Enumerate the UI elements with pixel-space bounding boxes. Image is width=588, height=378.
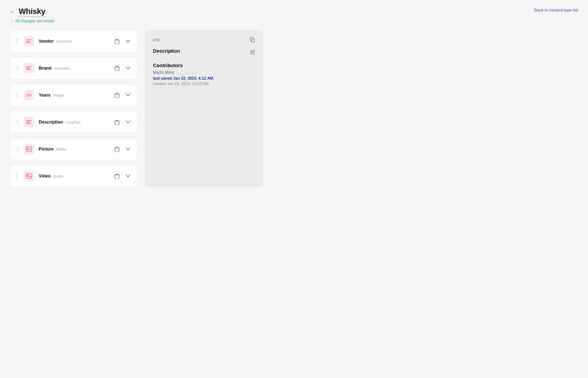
- field-card-video: Video Media: [10, 165, 137, 187]
- delete-button-picture[interactable]: [113, 145, 120, 153]
- field-name-video: Video: [39, 174, 51, 179]
- contributors-title: Contributors: [153, 63, 255, 68]
- drag-handle-vendor[interactable]: [16, 39, 19, 44]
- field-name-picture: Picture: [39, 147, 54, 152]
- delete-button-years[interactable]: [113, 92, 120, 99]
- expand-button-description[interactable]: [125, 120, 131, 124]
- drag-handle-video[interactable]: [16, 174, 19, 179]
- field-name-years: Years: [39, 93, 51, 98]
- field-icon-vendor: [24, 36, 34, 47]
- expand-button-years[interactable]: [125, 93, 131, 97]
- sidebar-panel: pdp Description Contributors Martin Mile…: [145, 30, 263, 187]
- field-name-vendor: Vendor: [39, 39, 54, 44]
- expand-button-picture[interactable]: [125, 147, 131, 151]
- expand-button-brand[interactable]: [125, 66, 131, 71]
- field-info-video: Video Media: [39, 174, 109, 179]
- field-info-years: Years Integer: [39, 93, 109, 98]
- field-icon-video: [24, 171, 34, 181]
- drag-handle-brand[interactable]: [16, 66, 19, 71]
- field-card-years: 123 Years Integer: [10, 84, 137, 106]
- main-content: Vendor ShortText: [0, 27, 588, 197]
- field-actions-years: [113, 92, 131, 99]
- sidebar-pdp-label: pdp: [153, 37, 160, 42]
- copy-button[interactable]: [250, 37, 255, 42]
- field-type-picture: Media: [56, 147, 66, 151]
- drag-handle-years[interactable]: [16, 93, 19, 98]
- field-actions-brand: [113, 65, 131, 72]
- back-button[interactable]: ←: [10, 9, 15, 15]
- field-type-description: LongText: [66, 120, 81, 124]
- page-title: Whisky: [19, 7, 45, 17]
- field-type-years: Integer: [53, 93, 65, 97]
- field-actions-description: [113, 118, 131, 126]
- description-section: Description: [153, 48, 255, 54]
- delete-button-brand[interactable]: [113, 65, 120, 72]
- field-card-brand: Brand ShortText: [10, 57, 137, 79]
- field-icon-description: [24, 117, 34, 127]
- field-card-picture: Picture Media: [10, 138, 137, 160]
- field-info-brand: Brand ShortText: [39, 66, 109, 71]
- drag-handle-description[interactable]: [16, 120, 19, 125]
- svg-rect-14: [252, 39, 255, 42]
- field-info-description: Description LongText: [39, 120, 109, 125]
- drag-handle-picture[interactable]: [16, 147, 19, 152]
- edit-description-button[interactable]: [250, 50, 255, 56]
- field-actions-picture: [113, 145, 131, 153]
- field-name-brand: Brand: [39, 66, 52, 71]
- field-type-vendor: ShortText: [56, 39, 72, 43]
- description-title: Description: [153, 48, 255, 54]
- svg-text:123: 123: [26, 94, 32, 97]
- field-icon-brand: [24, 63, 34, 74]
- field-type-video: Media: [53, 174, 63, 178]
- contributors-section: Contributors Martin Miles last saved Jan…: [153, 63, 255, 86]
- field-icon-picture: [24, 144, 34, 154]
- field-name-description: Description: [39, 120, 63, 125]
- field-info-vendor: Vendor ShortText: [39, 39, 109, 44]
- check-icon: ✓: [11, 19, 14, 23]
- expand-button-video[interactable]: [125, 174, 131, 178]
- field-actions-video: [113, 172, 131, 180]
- contributor-name: Martin Miles: [153, 70, 255, 75]
- delete-button-description[interactable]: [113, 118, 120, 126]
- back-to-list-link[interactable]: Back to content type list: [534, 8, 578, 13]
- field-type-brand: ShortText: [54, 66, 69, 70]
- field-info-picture: Picture Media: [39, 147, 109, 152]
- expand-button-vendor[interactable]: [125, 39, 131, 44]
- field-card-vendor: Vendor ShortText: [10, 30, 137, 52]
- field-icon-years: 123: [24, 90, 34, 100]
- field-actions-vendor: [113, 38, 131, 45]
- field-card-description: Description LongText: [10, 111, 137, 133]
- created-date: created Jan 19, 2023, 10:53 AM: [153, 82, 255, 86]
- saved-status: ✓ All changes are saved: [10, 19, 54, 23]
- fields-list: Vendor ShortText: [10, 30, 137, 187]
- delete-button-video[interactable]: [113, 172, 120, 180]
- delete-button-vendor[interactable]: [113, 38, 120, 45]
- last-saved-date: last saved Jan 22, 2023, 4:12 AM: [153, 76, 255, 81]
